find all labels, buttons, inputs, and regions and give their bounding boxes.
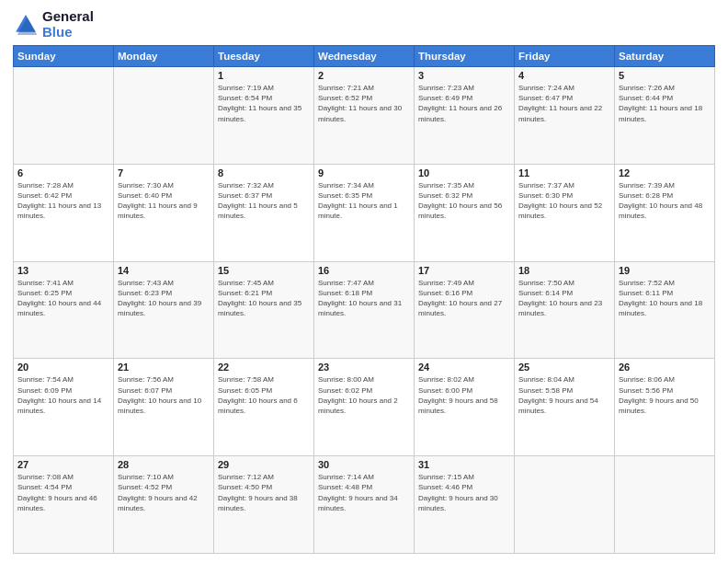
day-info: Sunrise: 7:24 AM Sunset: 6:47 PM Dayligh… [518, 83, 610, 124]
day-info: Sunrise: 8:06 AM Sunset: 5:56 PM Dayligh… [619, 374, 711, 416]
day-info: Sunrise: 8:02 AM Sunset: 6:00 PM Dayligh… [418, 374, 510, 416]
calendar-cell: 10Sunrise: 7:35 AM Sunset: 6:32 PM Dayli… [415, 164, 515, 261]
day-info: Sunrise: 7:47 AM Sunset: 6:18 PM Dayligh… [318, 278, 410, 319]
day-number: 18 [518, 265, 610, 276]
day-info: Sunrise: 7:54 AM Sunset: 6:09 PM Dayligh… [17, 374, 109, 416]
week-row-1: 1Sunrise: 7:19 AM Sunset: 6:54 PM Daylig… [14, 67, 715, 165]
calendar-cell: 27Sunrise: 7:08 AM Sunset: 4:54 PM Dayli… [14, 456, 114, 554]
day-info: Sunrise: 7:10 AM Sunset: 4:52 PM Dayligh… [118, 472, 210, 513]
calendar-cell: 17Sunrise: 7:49 AM Sunset: 6:16 PM Dayli… [415, 261, 515, 359]
day-info: Sunrise: 7:56 AM Sunset: 6:07 PM Dayligh… [118, 374, 210, 416]
day-number: 23 [318, 362, 410, 373]
day-number: 3 [418, 70, 510, 81]
day-number: 2 [318, 70, 410, 81]
calendar-cell: 3Sunrise: 7:23 AM Sunset: 6:49 PM Daylig… [415, 67, 515, 165]
calendar-cell: 14Sunrise: 7:43 AM Sunset: 6:23 PM Dayli… [114, 261, 214, 359]
day-number: 19 [619, 265, 711, 276]
day-number: 30 [318, 459, 410, 470]
day-number: 11 [518, 167, 610, 178]
weekday-header-saturday: Saturday [615, 46, 715, 67]
day-info: Sunrise: 7:37 AM Sunset: 6:30 PM Dayligh… [518, 180, 610, 222]
calendar-cell: 16Sunrise: 7:47 AM Sunset: 6:18 PM Dayli… [314, 261, 415, 359]
page: General Blue SundayMondayTuesdayWednesda… [0, 0, 728, 563]
calendar-cell: 19Sunrise: 7:52 AM Sunset: 6:11 PM Dayli… [615, 261, 715, 359]
day-number: 26 [619, 362, 711, 373]
weekday-header-row: SundayMondayTuesdayWednesdayThursdayFrid… [14, 46, 715, 67]
day-number: 14 [118, 265, 210, 276]
calendar-cell: 30Sunrise: 7:14 AM Sunset: 4:48 PM Dayli… [314, 456, 415, 554]
calendar-cell: 12Sunrise: 7:39 AM Sunset: 6:28 PM Dayli… [615, 164, 715, 261]
calendar-cell: 2Sunrise: 7:21 AM Sunset: 6:52 PM Daylig… [314, 67, 415, 165]
calendar-cell: 29Sunrise: 7:12 AM Sunset: 4:50 PM Dayli… [214, 456, 314, 554]
calendar-cell: 13Sunrise: 7:41 AM Sunset: 6:25 PM Dayli… [14, 261, 114, 359]
day-number: 28 [118, 459, 210, 470]
week-row-2: 6Sunrise: 7:28 AM Sunset: 6:42 PM Daylig… [14, 164, 715, 261]
day-number: 20 [17, 362, 109, 373]
day-number: 12 [619, 167, 711, 178]
calendar-cell: 15Sunrise: 7:45 AM Sunset: 6:21 PM Dayli… [214, 261, 314, 359]
calendar-cell: 8Sunrise: 7:32 AM Sunset: 6:37 PM Daylig… [214, 164, 314, 261]
weekday-header-wednesday: Wednesday [314, 46, 415, 67]
weekday-header-friday: Friday [515, 46, 615, 67]
logo-icon [13, 12, 39, 38]
day-number: 6 [17, 167, 109, 178]
day-info: Sunrise: 7:23 AM Sunset: 6:49 PM Dayligh… [418, 83, 510, 124]
day-info: Sunrise: 7:50 AM Sunset: 6:14 PM Dayligh… [518, 278, 610, 319]
calendar-cell: 24Sunrise: 8:02 AM Sunset: 6:00 PM Dayli… [415, 359, 515, 456]
calendar-cell: 4Sunrise: 7:24 AM Sunset: 6:47 PM Daylig… [515, 67, 615, 165]
day-info: Sunrise: 7:08 AM Sunset: 4:54 PM Dayligh… [17, 472, 109, 513]
day-info: Sunrise: 7:34 AM Sunset: 6:35 PM Dayligh… [318, 180, 410, 222]
calendar-cell: 9Sunrise: 7:34 AM Sunset: 6:35 PM Daylig… [314, 164, 415, 261]
day-number: 22 [218, 362, 310, 373]
day-number: 13 [17, 265, 109, 276]
day-info: Sunrise: 7:26 AM Sunset: 6:44 PM Dayligh… [619, 83, 711, 124]
calendar-cell: 31Sunrise: 7:15 AM Sunset: 4:46 PM Dayli… [415, 456, 515, 554]
day-info: Sunrise: 7:41 AM Sunset: 6:25 PM Dayligh… [17, 278, 109, 319]
day-number: 31 [418, 459, 510, 470]
calendar-cell: 18Sunrise: 7:50 AM Sunset: 6:14 PM Dayli… [515, 261, 615, 359]
logo-text: General Blue [42, 9, 94, 40]
day-number: 5 [619, 70, 711, 81]
day-number: 10 [418, 167, 510, 178]
day-info: Sunrise: 7:32 AM Sunset: 6:37 PM Dayligh… [218, 180, 310, 222]
calendar-cell: 11Sunrise: 7:37 AM Sunset: 6:30 PM Dayli… [515, 164, 615, 261]
day-number: 27 [17, 459, 109, 470]
calendar-cell: 20Sunrise: 7:54 AM Sunset: 6:09 PM Dayli… [14, 359, 114, 456]
calendar-cell: 28Sunrise: 7:10 AM Sunset: 4:52 PM Dayli… [114, 456, 214, 554]
calendar-cell: 1Sunrise: 7:19 AM Sunset: 6:54 PM Daylig… [214, 67, 314, 165]
week-row-4: 20Sunrise: 7:54 AM Sunset: 6:09 PM Dayli… [14, 359, 715, 456]
calendar-cell [114, 67, 214, 165]
day-info: Sunrise: 7:35 AM Sunset: 6:32 PM Dayligh… [418, 180, 510, 222]
weekday-header-tuesday: Tuesday [214, 46, 314, 67]
day-number: 15 [218, 265, 310, 276]
calendar-table: SundayMondayTuesdayWednesdayThursdayFrid… [13, 45, 715, 554]
weekday-header-sunday: Sunday [14, 46, 114, 67]
day-info: Sunrise: 8:00 AM Sunset: 6:02 PM Dayligh… [318, 374, 410, 416]
calendar-cell [14, 67, 114, 165]
weekday-header-monday: Monday [114, 46, 214, 67]
calendar-cell [615, 456, 715, 554]
day-info: Sunrise: 7:39 AM Sunset: 6:28 PM Dayligh… [619, 180, 711, 222]
day-info: Sunrise: 7:14 AM Sunset: 4:48 PM Dayligh… [318, 472, 410, 513]
calendar-cell: 6Sunrise: 7:28 AM Sunset: 6:42 PM Daylig… [14, 164, 114, 261]
day-info: Sunrise: 7:21 AM Sunset: 6:52 PM Dayligh… [318, 83, 410, 124]
day-number: 4 [518, 70, 610, 81]
day-number: 17 [418, 265, 510, 276]
day-info: Sunrise: 8:04 AM Sunset: 5:58 PM Dayligh… [518, 374, 610, 416]
calendar-cell: 26Sunrise: 8:06 AM Sunset: 5:56 PM Dayli… [615, 359, 715, 456]
day-info: Sunrise: 7:12 AM Sunset: 4:50 PM Dayligh… [218, 472, 310, 513]
day-number: 16 [318, 265, 410, 276]
weekday-header-thursday: Thursday [415, 46, 515, 67]
calendar-cell: 21Sunrise: 7:56 AM Sunset: 6:07 PM Dayli… [114, 359, 214, 456]
calendar-cell: 5Sunrise: 7:26 AM Sunset: 6:44 PM Daylig… [615, 67, 715, 165]
week-row-5: 27Sunrise: 7:08 AM Sunset: 4:54 PM Dayli… [14, 456, 715, 554]
logo: General Blue [13, 9, 94, 40]
calendar-cell: 22Sunrise: 7:58 AM Sunset: 6:05 PM Dayli… [214, 359, 314, 456]
day-info: Sunrise: 7:49 AM Sunset: 6:16 PM Dayligh… [418, 278, 510, 319]
day-number: 21 [118, 362, 210, 373]
day-info: Sunrise: 7:28 AM Sunset: 6:42 PM Dayligh… [17, 180, 109, 222]
header: General Blue [13, 9, 715, 40]
calendar-cell [515, 456, 615, 554]
day-number: 8 [218, 167, 310, 178]
day-number: 24 [418, 362, 510, 373]
